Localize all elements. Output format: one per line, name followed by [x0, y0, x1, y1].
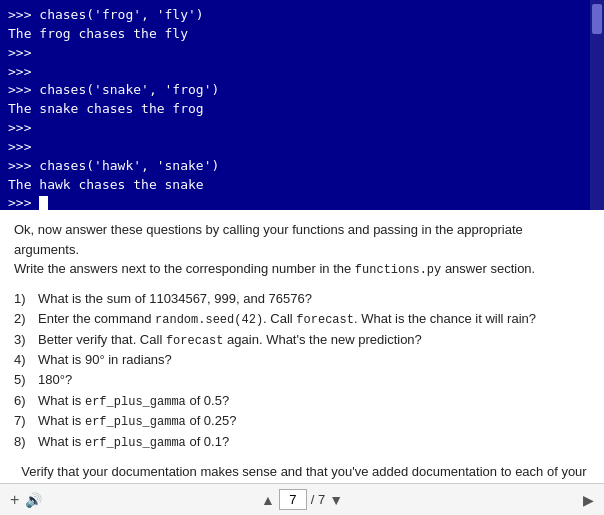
- verify-paragraph-1: Verify that your documentation makes sen…: [14, 462, 590, 483]
- question-2: 2)Enter the command random.seed(42). Cal…: [14, 309, 590, 330]
- terminal-line-10: The hawk chases the snake: [8, 176, 596, 195]
- terminal-line-5: >>> chases('snake', 'frog'): [8, 81, 596, 100]
- sound-icon[interactable]: 🔊: [25, 492, 42, 508]
- question-6: 6)What is erf_plus_gamma of 0.5?: [14, 391, 590, 412]
- arrow-up-icon[interactable]: ▲: [261, 492, 275, 508]
- intro-code: functions.py: [355, 263, 441, 277]
- arrow-right-icon[interactable]: ▶: [583, 492, 594, 508]
- terminal-line-3: >>>: [8, 44, 596, 63]
- question-5: 5)180°?: [14, 370, 590, 390]
- scrollbar-thumb: [592, 4, 602, 34]
- page-box[interactable]: 7: [279, 489, 307, 510]
- question-1: 1)What is the sum of 11034567, 999, and …: [14, 289, 590, 309]
- plus-button[interactable]: +: [10, 492, 19, 508]
- content-area: Ok, now answer these questions by callin…: [0, 210, 604, 483]
- question-7: 7)What is erf_plus_gamma of 0.25?: [14, 411, 590, 432]
- terminal-window: >>> chases('frog', 'fly')The frog chases…: [0, 0, 604, 210]
- terminal-line-9: >>> chases('hawk', 'snake'): [8, 157, 596, 176]
- question-4: 4)What is 90° in radians?: [14, 350, 590, 370]
- terminal-line-6: The snake chases the frog: [8, 100, 596, 119]
- bottom-center: ▲ 7 / 7 ▼: [207, 489, 396, 510]
- bottom-left: + 🔊: [10, 492, 199, 508]
- terminal-line-2: The frog chases the fly: [8, 25, 596, 44]
- terminal-line-1: >>> chases('frog', 'fly'): [8, 6, 596, 25]
- bottom-right: ▶: [405, 492, 594, 508]
- questions-list: 1)What is the sum of 11034567, 999, and …: [14, 289, 590, 452]
- terminal-scrollbar[interactable]: [590, 0, 604, 210]
- terminal-output: >>> chases('frog', 'fly')The frog chases…: [8, 6, 596, 210]
- terminal-line-11: >>>: [8, 194, 596, 210]
- intro-text-2: Write the answers next to the correspond…: [14, 261, 535, 276]
- terminal-cursor: [39, 196, 48, 210]
- terminal-line-4: >>>: [8, 63, 596, 82]
- question-3: 3)Better verify that. Call forecast agai…: [14, 330, 590, 351]
- intro-text-1: Ok, now answer these questions by callin…: [14, 222, 523, 257]
- bottom-bar: + 🔊 ▲ 7 / 7 ▼ ▶: [0, 483, 604, 515]
- terminal-line-7: >>>: [8, 119, 596, 138]
- arrow-down-icon[interactable]: ▼: [329, 492, 343, 508]
- question-8: 8)What is erf_plus_gamma of 0.1?: [14, 432, 590, 453]
- terminal-line-8: >>>: [8, 138, 596, 157]
- page-total: / 7: [311, 492, 325, 507]
- intro-paragraph: Ok, now answer these questions by callin…: [14, 220, 590, 279]
